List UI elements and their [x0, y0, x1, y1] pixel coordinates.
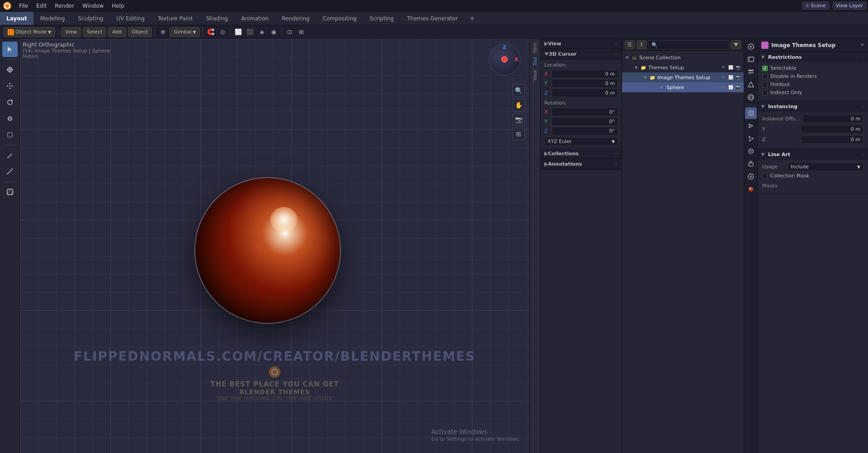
world-properties-btn[interactable]: [745, 91, 757, 103]
image-themes-vis-icon[interactable]: 👁: [720, 74, 726, 81]
tab-animation[interactable]: Animation: [235, 12, 275, 25]
sphere-object[interactable]: [195, 178, 340, 323]
xray-toggle[interactable]: ⊞: [296, 27, 306, 37]
output-properties-btn[interactable]: [745, 53, 757, 65]
measure-tool[interactable]: [2, 164, 18, 179]
blender-logo[interactable]: [2, 0, 13, 11]
select-menu[interactable]: Select: [83, 27, 106, 37]
outliner-filter-btn[interactable]: ▼: [731, 40, 741, 49]
grid-toggle[interactable]: ⊞: [512, 128, 525, 140]
themes-setup-vis-icon[interactable]: 👁: [720, 64, 726, 71]
instance-offset-x[interactable]: 0 m: [802, 114, 863, 123]
themes-setup-select-icon[interactable]: ⬜: [727, 64, 734, 71]
sphere-toggle[interactable]: ▶: [652, 85, 656, 90]
tab-sculpting[interactable]: Sculpting: [71, 12, 109, 25]
location-z-field[interactable]: 0 m: [552, 89, 618, 97]
themes-setup-render-icon[interactable]: 📷: [735, 64, 741, 71]
menu-window[interactable]: Window: [79, 2, 107, 10]
disable-renders-checkbox[interactable]: [762, 74, 768, 79]
rotate-tool[interactable]: [2, 95, 18, 110]
image-themes-render-icon[interactable]: 📷: [735, 74, 741, 81]
tab-shading[interactable]: Shading: [199, 12, 234, 25]
proportional-edit[interactable]: ◎: [217, 27, 227, 37]
n-panel-item-tab[interactable]: Item: [533, 41, 538, 55]
select-tool[interactable]: [2, 42, 18, 57]
rotation-x-field[interactable]: 0°: [552, 108, 618, 116]
tab-scripting[interactable]: Scripting: [363, 12, 400, 25]
tab-themes-generator[interactable]: Themes Generator: [401, 12, 464, 25]
annotate-tool[interactable]: [2, 148, 18, 163]
transform-tool[interactable]: [2, 127, 18, 143]
line-art-header[interactable]: ▼ Line Art ::: [758, 149, 868, 160]
move-tool[interactable]: [2, 78, 18, 94]
rotation-mode-dropdown[interactable]: XYZ Euler ▼: [544, 137, 618, 146]
menu-render[interactable]: Render: [51, 2, 78, 10]
tab-texture-paint[interactable]: Texture Paint: [151, 12, 199, 25]
n-panel-tool-tab[interactable]: Tool: [533, 55, 538, 67]
menu-file[interactable]: File: [15, 2, 32, 10]
add-primitive[interactable]: [2, 184, 18, 200]
menu-edit[interactable]: Edit: [33, 2, 50, 10]
material-properties-btn[interactable]: [745, 183, 757, 195]
rotation-y-field[interactable]: 0°: [552, 117, 618, 126]
themes-setup-toggle[interactable]: ▼: [634, 65, 638, 70]
sphere-render-icon[interactable]: 📷: [735, 84, 741, 91]
physics-properties-btn[interactable]: [745, 145, 757, 157]
instancing-header[interactable]: ▼ Instancing ::: [758, 101, 868, 112]
tab-layout[interactable]: Layout: [0, 12, 33, 25]
rotation-z-field[interactable]: 0°: [552, 127, 618, 135]
outliner-image-themes-setup[interactable]: ▼ 📁 Image Themes Setup 👁 ⬜ 📷: [622, 72, 744, 82]
image-themes-select-icon[interactable]: ⬜: [727, 74, 734, 81]
object-data-properties-btn[interactable]: [745, 171, 757, 182]
add-workspace-tab[interactable]: +: [465, 12, 480, 25]
viewport-shading-solid[interactable]: ⬛: [245, 27, 255, 37]
zoom-in-btn[interactable]: 🔍: [512, 84, 525, 97]
outliner-view-btn[interactable]: ☰: [625, 40, 635, 49]
transform-orientation[interactable]: Gimbal ▼: [170, 27, 200, 37]
transform-gizmo-toggle[interactable]: ⊕: [158, 27, 168, 37]
viewport-shading-material[interactable]: ◈: [257, 27, 267, 37]
pan-tool[interactable]: ✋: [512, 99, 525, 111]
rp-close-btn[interactable]: ✕: [860, 42, 864, 48]
view-layer-selector[interactable]: View Layer: [833, 2, 866, 10]
3d-viewport[interactable]: Right Orthographic (54) Image Themes Set…: [20, 39, 529, 453]
viewport-shading-rendered[interactable]: ◉: [269, 27, 278, 37]
tab-modeling[interactable]: Modeling: [34, 12, 71, 25]
cursor-section-header[interactable]: 3D Cursor ::: [541, 49, 622, 59]
camera-view[interactable]: 📷: [512, 113, 525, 126]
cursor-tool[interactable]: [2, 62, 18, 77]
view-layer-properties-btn[interactable]: [745, 66, 757, 78]
selectable-checkbox[interactable]: ✓: [762, 66, 768, 71]
collection-mask-checkbox[interactable]: [762, 173, 768, 179]
outliner-search[interactable]: [648, 40, 729, 49]
outliner-sphere[interactable]: ▶ ⚫ Sphere 👁 ⬜ 📷: [622, 82, 744, 92]
outliner-sort-btn[interactable]: ↕: [637, 40, 646, 49]
add-menu[interactable]: Add: [108, 27, 126, 37]
viewport-shading-wire[interactable]: ⬜: [233, 27, 243, 37]
scene-selector[interactable]: ⊕ Scene: [802, 2, 829, 10]
modifier-properties-btn[interactable]: [745, 120, 757, 132]
constraints-properties-btn[interactable]: [745, 158, 757, 170]
navigation-gizmo[interactable]: Z X: [489, 43, 525, 80]
annotations-section-header[interactable]: Annotations ::: [541, 159, 622, 169]
image-themes-toggle[interactable]: ▼: [643, 75, 647, 80]
object-menu[interactable]: Object: [128, 27, 152, 37]
scale-tool[interactable]: [2, 111, 18, 126]
scene-properties-btn[interactable]: [745, 79, 757, 91]
scene-collection-toggle[interactable]: ▼: [625, 55, 629, 60]
n-panel-view-tab[interactable]: View: [533, 68, 538, 82]
snap-toggle[interactable]: 🧲: [206, 27, 216, 37]
render-properties-btn[interactable]: [745, 41, 757, 52]
object-mode-selector[interactable]: Object Mode ▼: [4, 27, 55, 37]
overlay-toggle[interactable]: ⊡: [284, 27, 294, 37]
instance-offset-z[interactable]: 0 m: [801, 135, 863, 144]
sphere-select-icon[interactable]: ⬜: [727, 84, 734, 91]
restrictions-header[interactable]: ▼ Restrictions ::: [758, 52, 868, 62]
location-x-field[interactable]: 0 m: [552, 70, 618, 78]
gizmo-sphere[interactable]: Z X: [489, 43, 520, 75]
menu-help[interactable]: Help: [108, 2, 127, 10]
tab-uv-editing[interactable]: UV Editing: [110, 12, 151, 25]
holdout-checkbox[interactable]: [762, 82, 768, 87]
instance-offset-y[interactable]: 0 m: [801, 125, 863, 134]
outliner-scene-collection[interactable]: ▼ 🗂 Scene Collection: [622, 52, 744, 62]
